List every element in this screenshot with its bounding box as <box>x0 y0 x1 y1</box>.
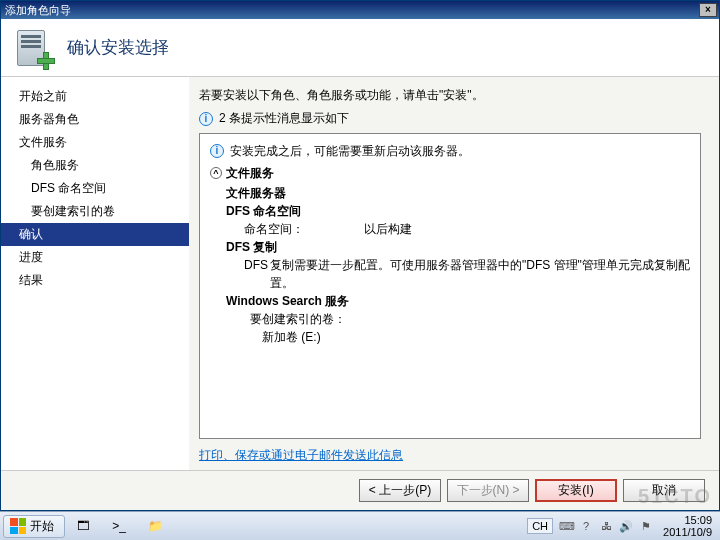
window-title: 添加角色向导 <box>3 3 699 18</box>
start-button[interactable]: 开始 <box>3 515 65 538</box>
wizard-steps-sidebar: 开始之前 服务器角色 文件服务 角色服务 DFS 命名空间 要创建索引的卷 确认… <box>1 77 189 470</box>
taskbar-clock[interactable]: 15:09 2011/10/9 <box>659 514 716 538</box>
previous-button[interactable]: < 上一步(P) <box>359 479 441 502</box>
item-file-server: 文件服务器 <box>226 184 690 202</box>
wizard-window: 添加角色向导 × 确认安装选择 开始之前 服务器角色 文件服务 角色服务 DFS… <box>0 0 720 511</box>
item-dfs-namespace: DFS 命名空间 <box>226 202 690 220</box>
system-tray: CH ⌨ ? 🖧 🔊 ⚑ 15:09 2011/10/9 <box>523 512 720 540</box>
server-add-icon <box>13 28 53 68</box>
namespace-key: 命名空间： <box>244 220 364 238</box>
tray-keyboard-icon[interactable]: ⌨ <box>559 519 573 533</box>
index-key: 要创建索引的卷： <box>250 310 690 328</box>
tray-help-icon[interactable]: ? <box>579 519 593 533</box>
clock-date: 2011/10/9 <box>663 526 712 538</box>
quick-launch-powershell[interactable]: >_ <box>103 514 135 538</box>
sidebar-item-file-services[interactable]: 文件服务 <box>1 131 189 154</box>
language-indicator[interactable]: CH <box>527 518 553 534</box>
instruction-text: 若要安装以下角色、角色服务或功能，请单击"安装"。 <box>199 87 701 104</box>
print-save-email-link[interactable]: 打印、保存或通过电子邮件发送此信息 <box>199 447 701 464</box>
windows-logo-icon <box>10 518 26 534</box>
next-button: 下一步(N) > <box>447 479 529 502</box>
section-file-services: ^ 文件服务 <box>210 164 690 182</box>
sidebar-item-index-volumes[interactable]: 要创建索引的卷 <box>1 200 189 223</box>
sidebar-item-server-roles[interactable]: 服务器角色 <box>1 108 189 131</box>
index-value: 新加卷 (E:) <box>262 328 690 346</box>
titlebar[interactable]: 添加角色向导 × <box>1 1 719 19</box>
collapse-icon[interactable]: ^ <box>210 167 222 179</box>
sidebar-item-results[interactable]: 结果 <box>1 269 189 292</box>
namespace-value: 以后构建 <box>364 220 412 238</box>
explorer-icon: 🗔 <box>77 519 89 533</box>
close-icon[interactable]: × <box>699 3 717 17</box>
clock-time: 15:09 <box>663 514 712 526</box>
quick-launch-folder[interactable]: 📁 <box>139 514 171 538</box>
tray-network-icon[interactable]: 🖧 <box>599 519 613 533</box>
item-windows-search: Windows Search 服务 <box>226 292 690 310</box>
info-icon: i <box>210 144 224 158</box>
sidebar-item-role-services[interactable]: 角色服务 <box>1 154 189 177</box>
replication-note: 复制需要进一步配置。可使用服务器管理器中的"DFS 管理"管理单元完成复制配置。 <box>270 256 690 292</box>
main-panel: 若要安装以下角色、角色服务或功能，请单击"安装"。 i 2 条提示性消息显示如下… <box>189 77 719 470</box>
taskbar: 开始 🗔 >_ 📁 CH ⌨ ? 🖧 🔊 ⚑ 15:09 2011/10/9 <box>0 511 720 540</box>
sidebar-item-progress[interactable]: 进度 <box>1 246 189 269</box>
install-button[interactable]: 安装(I) <box>535 479 617 502</box>
page-header: 确认安装选择 <box>1 19 719 77</box>
sidebar-item-confirm[interactable]: 确认 <box>1 223 189 246</box>
window-body: 确认安装选择 开始之前 服务器角色 文件服务 角色服务 DFS 命名空间 要创建… <box>1 19 719 510</box>
content-area: 开始之前 服务器角色 文件服务 角色服务 DFS 命名空间 要创建索引的卷 确认… <box>1 77 719 470</box>
quick-launch-explorer[interactable]: 🗔 <box>67 514 99 538</box>
info-count-text: 2 条提示性消息显示如下 <box>219 110 349 127</box>
sidebar-item-before-begin[interactable]: 开始之前 <box>1 85 189 108</box>
info-line: i 2 条提示性消息显示如下 <box>199 110 701 127</box>
item-dfs-replication: DFS 复制 <box>226 238 690 256</box>
row-namespace: 命名空间： 以后构建 <box>244 220 690 238</box>
button-bar: < 上一步(P) 下一步(N) > 安装(I) 取消 <box>1 470 719 510</box>
replication-sub: DFS <box>244 256 270 292</box>
cancel-button[interactable]: 取消 <box>623 479 705 502</box>
info-icon: i <box>199 112 213 126</box>
restart-note: 安装完成之后，可能需要重新启动该服务器。 <box>230 142 470 160</box>
confirmation-details: i 安装完成之后，可能需要重新启动该服务器。 ^ 文件服务 文件服务器 DFS … <box>199 133 701 439</box>
powershell-icon: >_ <box>112 519 126 533</box>
tray-sound-icon[interactable]: 🔊 <box>619 519 633 533</box>
folder-icon: 📁 <box>148 519 163 533</box>
tray-flag-icon[interactable]: ⚑ <box>639 519 653 533</box>
restart-warning: i 安装完成之后，可能需要重新启动该服务器。 <box>210 142 690 160</box>
section-title: 文件服务 <box>226 164 274 182</box>
row-replication: DFS 复制需要进一步配置。可使用服务器管理器中的"DFS 管理"管理单元完成复… <box>244 256 690 292</box>
page-title: 确认安装选择 <box>67 36 169 59</box>
sidebar-item-dfs-namespace[interactable]: DFS 命名空间 <box>1 177 189 200</box>
start-label: 开始 <box>30 518 54 535</box>
